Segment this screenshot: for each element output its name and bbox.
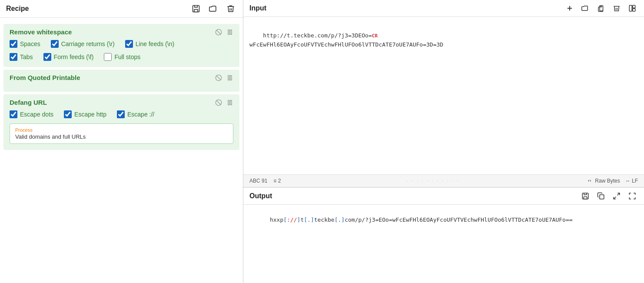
svg-line-7 bbox=[216, 76, 220, 80]
input-header-icons bbox=[564, 3, 638, 13]
from-quoted-printable-section-icons bbox=[215, 74, 233, 81]
disable-remove-whitespace-button[interactable] bbox=[215, 29, 222, 36]
process-value: Valid domains and full URLs bbox=[15, 133, 228, 140]
tabs-checkbox-item[interactable]: Tabs bbox=[10, 53, 33, 61]
form-feeds-checkbox-item[interactable]: Form feeds (\f) bbox=[43, 53, 94, 61]
disable-from-quoted-printable-button[interactable] bbox=[215, 74, 222, 81]
line-ending-indicator: ↔ LF bbox=[625, 178, 638, 184]
carriage-returns-checkbox[interactable] bbox=[51, 40, 59, 48]
svg-rect-5 bbox=[230, 30, 232, 34]
svg-rect-18 bbox=[633, 5, 635, 8]
svg-line-25 bbox=[614, 197, 616, 199]
svg-rect-4 bbox=[228, 30, 229, 34]
remove-whitespace-header: Remove whitespace bbox=[10, 28, 233, 36]
line-count: ≡ 2 bbox=[273, 178, 281, 184]
svg-line-24 bbox=[617, 193, 620, 195]
from-quoted-printable-header: From Quoted Printable bbox=[10, 74, 233, 81]
svg-rect-17 bbox=[629, 5, 632, 11]
output-icons bbox=[580, 191, 638, 201]
output-section: Output bbox=[243, 187, 644, 283]
output-content: hxxp[://]t[.]teckbe[.]com/p/?j3=EOo=wFcE… bbox=[270, 216, 573, 223]
from-quoted-printable-section: From Quoted Printable bbox=[3, 70, 239, 92]
remove-whitespace-title: Remove whitespace bbox=[10, 28, 72, 36]
layout-input-button[interactable] bbox=[627, 3, 638, 13]
svg-rect-21 bbox=[582, 193, 588, 199]
recipe-title: Recipe bbox=[6, 5, 29, 13]
svg-rect-19 bbox=[633, 9, 635, 11]
escape-slashes-checkbox-item[interactable]: Escape :// bbox=[117, 110, 154, 118]
full-stops-checkbox[interactable] bbox=[104, 53, 112, 61]
svg-line-11 bbox=[216, 100, 220, 104]
recipe-content: Remove whitespace bbox=[0, 18, 243, 283]
tabs-checkbox[interactable] bbox=[10, 53, 17, 61]
full-stops-label: Full stops bbox=[114, 53, 140, 60]
svg-rect-8 bbox=[228, 75, 229, 80]
right-panel: Input bbox=[243, 0, 644, 283]
copy-output-button[interactable] bbox=[595, 191, 607, 201]
escape-dots-checkbox-item[interactable]: Escape dots bbox=[10, 110, 53, 118]
svg-rect-22 bbox=[584, 197, 587, 199]
pause-defang-url-button[interactable] bbox=[226, 99, 233, 106]
pause-remove-whitespace-button[interactable] bbox=[226, 29, 233, 36]
left-header-icons bbox=[190, 3, 237, 14]
form-feeds-checkbox[interactable] bbox=[43, 53, 51, 61]
defang-url-section: Defang URL bbox=[3, 94, 239, 150]
svg-rect-9 bbox=[230, 75, 232, 80]
open-input-button[interactable] bbox=[580, 3, 591, 13]
line-feeds-checkbox[interactable] bbox=[125, 40, 133, 48]
remove-whitespace-section-icons bbox=[215, 29, 233, 36]
input-header: Input bbox=[243, 0, 644, 17]
save-output-button[interactable] bbox=[580, 191, 591, 201]
svg-text:TT: TT bbox=[588, 180, 591, 182]
left-header: Recipe bbox=[0, 0, 243, 18]
output-title: Output bbox=[249, 192, 272, 200]
status-bar: ABC 91 ≡ 2 · · · · · · · · · · · TT Raw … bbox=[243, 174, 644, 187]
svg-rect-0 bbox=[193, 6, 199, 12]
defang-url-section-icons bbox=[215, 99, 233, 106]
tabs-label: Tabs bbox=[20, 53, 33, 60]
drag-handle: · · · · · · · · · · · bbox=[281, 179, 585, 183]
output-header: Output bbox=[243, 188, 644, 205]
cr-tag: CR bbox=[372, 33, 378, 39]
escape-dots-checkbox[interactable] bbox=[10, 110, 17, 118]
defang-url-header: Defang URL bbox=[10, 99, 233, 106]
line-feeds-label: Line feeds (\n) bbox=[136, 40, 175, 47]
input-line1: http://t.teckbe.com/p/?j3=3DEOo=CR wFcEw… bbox=[249, 32, 443, 48]
pause-from-quoted-printable-button[interactable] bbox=[226, 74, 233, 81]
svg-line-3 bbox=[216, 30, 220, 34]
svg-rect-1 bbox=[194, 10, 198, 12]
clear-input-button[interactable] bbox=[611, 3, 622, 13]
escape-slashes-checkbox[interactable] bbox=[117, 110, 125, 118]
add-input-button[interactable] bbox=[564, 3, 575, 13]
process-label: Process bbox=[15, 127, 228, 133]
left-panel: Recipe Remove whitespace bbox=[0, 0, 243, 283]
escape-slashes-label: Escape :// bbox=[127, 111, 154, 118]
whitespace-row2: Tabs Form feeds (\f) Full stops bbox=[10, 53, 233, 61]
whitespace-row1: Spaces Carriage returns (\r) Line feeds … bbox=[10, 40, 233, 48]
svg-rect-13 bbox=[230, 100, 232, 105]
status-right: TT Raw Bytes ↔ LF bbox=[585, 177, 638, 185]
escape-http-checkbox[interactable] bbox=[64, 110, 72, 118]
delete-recipe-button[interactable] bbox=[225, 3, 237, 14]
open-folder-button[interactable] bbox=[207, 3, 219, 14]
form-feeds-label: Form feeds (\f) bbox=[54, 53, 94, 60]
status-left: ABC 91 ≡ 2 bbox=[249, 178, 281, 184]
paste-input-button[interactable] bbox=[595, 3, 607, 13]
defang-url-title: Defang URL bbox=[10, 99, 47, 106]
spaces-checkbox[interactable] bbox=[10, 40, 17, 48]
full-stops-checkbox-item[interactable]: Full stops bbox=[104, 53, 140, 61]
input-area[interactable]: http://t.teckbe.com/p/?j3=3DEOo=CR wFcEw… bbox=[243, 17, 644, 174]
spaces-checkbox-item[interactable]: Spaces bbox=[10, 40, 40, 48]
char-count: ABC 91 bbox=[249, 178, 267, 184]
from-quoted-printable-title: From Quoted Printable bbox=[10, 74, 80, 81]
escape-http-checkbox-item[interactable]: Escape http bbox=[64, 110, 106, 118]
remove-whitespace-section: Remove whitespace bbox=[3, 24, 239, 67]
carriage-returns-label: Carriage returns (\r) bbox=[61, 40, 115, 47]
fullscreen-output-button[interactable] bbox=[627, 191, 638, 201]
disable-defang-url-button[interactable] bbox=[215, 99, 222, 106]
line-feeds-checkbox-item[interactable]: Line feeds (\n) bbox=[125, 40, 175, 48]
save-recipe-button[interactable] bbox=[190, 3, 202, 14]
carriage-returns-checkbox-item[interactable]: Carriage returns (\r) bbox=[51, 40, 115, 48]
raw-bytes-toggle[interactable]: TT Raw Bytes bbox=[585, 177, 621, 185]
expand-output-button[interactable] bbox=[611, 191, 622, 201]
